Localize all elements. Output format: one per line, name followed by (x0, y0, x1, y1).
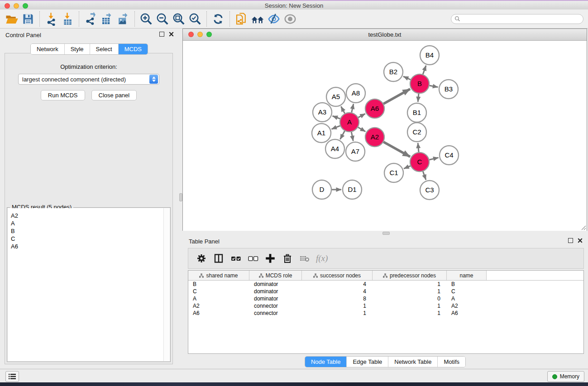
table-cell[interactable]: B (447, 281, 487, 288)
float-table-panel-icon[interactable] (568, 238, 573, 243)
mcds-result-item[interactable]: B (8, 227, 170, 235)
table-cell[interactable]: C (188, 288, 249, 295)
import-network-icon[interactable] (43, 11, 59, 27)
table-cell[interactable]: 1 (302, 302, 373, 310)
graph-edge-A2-C[interactable] (383, 142, 410, 157)
table-cell[interactable]: A6 (447, 310, 487, 317)
table-cell[interactable]: 1 (373, 302, 447, 310)
mcds-result-item[interactable]: A2 (8, 212, 170, 219)
table-cell[interactable]: 1 (373, 288, 447, 295)
vertical-splitter-handle[interactable] (179, 193, 182, 201)
table-cell[interactable]: connector (249, 302, 302, 310)
tab-network-table[interactable]: Network Table (388, 357, 438, 367)
toggle-columns-icon[interactable] (211, 251, 226, 266)
resize-corner-icon[interactable] (581, 225, 586, 230)
column-header-name[interactable]: name (447, 271, 487, 280)
search-input[interactable] (460, 15, 580, 23)
table-cell[interactable]: B (188, 281, 249, 288)
first-neighbors-icon[interactable] (249, 11, 266, 27)
import-table-icon[interactable] (59, 11, 76, 27)
table-cell[interactable]: 0 (373, 295, 447, 302)
table-cell[interactable]: A6 (188, 310, 249, 317)
add-column-icon[interactable] (263, 251, 277, 266)
tab-mcds[interactable]: MCDS (119, 44, 148, 54)
table-cell[interactable]: 8 (302, 295, 373, 302)
run-mcds-button[interactable]: Run MCDS (41, 90, 85, 100)
unselect-all-columns-icon[interactable] (246, 251, 260, 266)
table-row[interactable]: A6connector11A6 (188, 310, 583, 317)
graph-edge-A-A1[interactable] (331, 126, 340, 129)
table-cell[interactable]: 1 (373, 281, 447, 288)
column-header-successor-nodes[interactable]: successor nodes (302, 271, 373, 280)
function-builder-icon[interactable]: f(x) (316, 253, 328, 263)
column-settings-gear-icon[interactable] (194, 251, 209, 266)
graph-edge-A-A3[interactable] (333, 116, 340, 119)
table-cell[interactable]: A2 (447, 302, 487, 310)
criterion-dropdown[interactable]: largest connected component (directed) (18, 74, 159, 85)
zoom-in-icon[interactable] (138, 11, 154, 27)
table-row[interactable]: A2connector11A2 (188, 302, 583, 310)
tab-node-table[interactable]: Node Table (305, 357, 347, 367)
close-panel-icon[interactable] (169, 32, 174, 37)
table-cell[interactable]: dominator (249, 295, 302, 302)
table-row[interactable]: Adominator80A (188, 295, 583, 302)
graph-edge-C-C2[interactable] (418, 143, 419, 152)
table-cell[interactable]: connector (249, 310, 302, 317)
new-network-from-file-icon[interactable] (233, 11, 249, 27)
mcds-result-list[interactable]: A2ABCA6 (8, 208, 170, 361)
column-header-MCDS-role[interactable]: MCDS role (249, 271, 302, 280)
graph-edge-A-A8[interactable] (352, 104, 354, 112)
graph-edge-B-B3[interactable] (430, 86, 438, 87)
table-cell[interactable]: 4 (302, 281, 373, 288)
table-cell[interactable]: 4 (302, 288, 373, 295)
graph-edge-A-A4[interactable] (340, 131, 344, 139)
refresh-icon[interactable] (210, 11, 226, 27)
mcds-result-item[interactable]: A6 (8, 243, 170, 250)
graph-edge-A-A2[interactable] (358, 127, 365, 132)
show-graphics-details-icon[interactable] (266, 11, 282, 27)
graph-edge-C-C1[interactable] (404, 166, 411, 169)
network-window-titlebar[interactable]: testGlobe.txt (183, 29, 587, 41)
zoom-out-icon[interactable] (154, 11, 171, 27)
export-table-icon[interactable] (99, 11, 115, 27)
export-network-icon[interactable] (82, 11, 99, 27)
graph-edge-C-C3[interactable] (423, 172, 426, 180)
table-cell[interactable]: A (188, 295, 249, 302)
zoom-fit-icon[interactable] (171, 11, 187, 27)
graph-edge-B-B1[interactable] (418, 94, 419, 102)
graph-edge-B-B4[interactable] (423, 66, 426, 75)
tab-select[interactable]: Select (90, 44, 119, 54)
open-file-icon[interactable] (4, 11, 20, 27)
tab-edge-table[interactable]: Edge Table (347, 357, 388, 367)
tab-style[interactable]: Style (65, 44, 90, 54)
task-history-button[interactable] (5, 371, 19, 382)
table-row[interactable]: Bdominator41B (188, 281, 583, 288)
graph-edge-A-A7[interactable] (351, 132, 353, 141)
memory-button[interactable]: Memory (547, 371, 584, 382)
table-cell[interactable]: A (447, 295, 487, 302)
export-image-icon[interactable] (115, 11, 131, 27)
table-cell[interactable]: A2 (188, 302, 249, 310)
delete-table-icon[interactable] (297, 251, 312, 266)
table-row[interactable]: Cdominator41C (188, 288, 583, 295)
search-field[interactable] (451, 14, 583, 24)
graph-edge-A6-B[interactable] (383, 89, 410, 104)
graph-edge-A-A5[interactable] (341, 106, 344, 113)
save-session-icon[interactable] (20, 11, 36, 27)
close-table-panel-icon[interactable] (578, 238, 583, 243)
tab-motifs[interactable]: Motifs (438, 357, 465, 367)
close-panel-button[interactable]: Close panel (91, 90, 137, 100)
graph-edge-B-B2[interactable] (403, 76, 411, 80)
table-cell[interactable]: 1 (373, 310, 447, 317)
table-cell[interactable]: C (447, 288, 487, 295)
zoom-selected-icon[interactable] (187, 11, 203, 27)
graph-edge-C-C4[interactable] (429, 157, 438, 160)
graph-edge-A-A6[interactable] (358, 114, 365, 117)
result-scrollbar[interactable] (163, 208, 170, 361)
network-canvas[interactable]: B4B2BB3A5A8A6A3B1AA1C2A2A4A7C4CC1C3DD1 (183, 41, 587, 231)
select-all-columns-icon[interactable] (229, 251, 243, 266)
mcds-result-item[interactable]: A (8, 219, 170, 227)
table-cell[interactable]: dominator (249, 288, 302, 295)
tab-network[interactable]: Network (31, 44, 65, 54)
hide-graphics-details-icon[interactable] (282, 11, 298, 27)
